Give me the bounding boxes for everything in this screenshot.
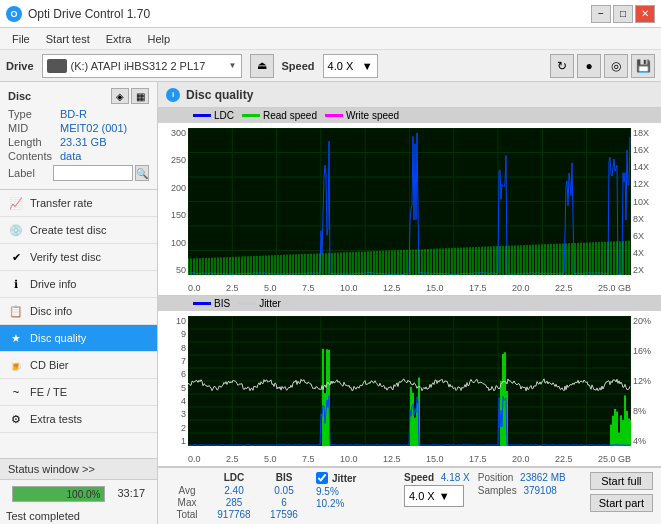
content-area: i Disc quality LDC Read speed (158, 82, 661, 524)
sidebar-label-disc-quality: Disc quality (30, 332, 86, 344)
sidebar-item-cd-bier[interactable]: 🍺 CD Bier (0, 352, 157, 379)
read-speed-legend-label: Read speed (263, 110, 317, 121)
ldc-header: LDC (208, 472, 260, 483)
stats-speed-selector[interactable]: 4.0 X ▼ (404, 485, 464, 507)
ldc-legend-color (193, 114, 211, 117)
sidebar-item-create-test-disc[interactable]: 💿 Create test disc (0, 217, 157, 244)
length-value: 23.31 GB (60, 136, 106, 148)
write-speed-legend-color (325, 114, 343, 117)
disc-label-input[interactable] (53, 165, 133, 181)
disc-icon-btn-1[interactable]: ◈ (111, 88, 129, 104)
chart1-container: LDC Read speed Write speed 300 250 (158, 108, 661, 296)
content-header-icon: i (166, 88, 180, 102)
write-speed-legend-label: Write speed (346, 110, 399, 121)
eject-button[interactable]: ⏏ (250, 54, 274, 78)
stats-table: LDC BIS Avg 2.40 0.05 Max 285 6 Total (166, 472, 308, 520)
menu-file[interactable]: File (4, 31, 38, 47)
transfer-rate-icon: 📈 (8, 195, 24, 211)
speed-stat-value: 4.18 X (441, 472, 470, 483)
sidebar: Disc ◈ ▦ Type BD-R MID MEIT02 (001) Leng… (0, 82, 158, 524)
chart2-canvas (188, 316, 631, 446)
disc-info-icon: 📋 (8, 303, 24, 319)
minimize-button[interactable]: − (591, 5, 611, 23)
position-section: Position 23862 MB Samples 379108 (478, 472, 568, 496)
window-controls: − □ ✕ (591, 5, 655, 23)
avg-jitter: 9.5% (316, 486, 339, 497)
position-label: Position (478, 472, 514, 483)
toolbar-refresh-button[interactable]: ↻ (550, 54, 574, 78)
sidebar-item-disc-quality[interactable]: ★ Disc quality (0, 325, 157, 352)
sidebar-item-verify-test-disc[interactable]: ✔ Verify test disc (0, 244, 157, 271)
main-layout: Disc ◈ ▦ Type BD-R MID MEIT02 (001) Leng… (0, 82, 661, 524)
chart1-legend: LDC Read speed Write speed (158, 108, 661, 123)
samples-label: Samples (478, 485, 517, 496)
disc-panel: Disc ◈ ▦ Type BD-R MID MEIT02 (001) Leng… (0, 82, 157, 190)
title-bar: O Opti Drive Control 1.70 − □ ✕ (0, 0, 661, 28)
chart2-y-right: 20% 16% 12% 8% 4% (631, 316, 661, 446)
content-header: i Disc quality (158, 82, 661, 108)
eject-icon: ⏏ (257, 59, 267, 72)
close-button[interactable]: ✕ (635, 5, 655, 23)
chart1-y-right: 18X 16X 14X 12X 10X 8X 6X 4X 2X (631, 128, 661, 275)
avg-ldc: 2.40 (208, 485, 260, 496)
start-part-button[interactable]: Start part (590, 494, 653, 512)
toolbar-disc-button[interactable]: ◎ (604, 54, 628, 78)
maximize-button[interactable]: □ (613, 5, 633, 23)
type-value: BD-R (60, 108, 87, 120)
sidebar-label-fe-te: FE / TE (30, 386, 67, 398)
toolbar-burn-button[interactable]: ● (577, 54, 601, 78)
mid-label: MID (8, 122, 60, 134)
disc-icon-btn-2[interactable]: ▦ (131, 88, 149, 104)
drive-disk-icon (47, 59, 67, 73)
start-full-button[interactable]: Start full (590, 472, 653, 490)
time-display: 33:17 (111, 487, 151, 502)
menu-extra[interactable]: Extra (98, 31, 140, 47)
sidebar-item-fe-te[interactable]: ~ FE / TE (0, 379, 157, 406)
avg-bis: 0.05 (260, 485, 308, 496)
disc-label-search-button[interactable]: 🔍 (135, 165, 149, 181)
drive-label: Drive (6, 60, 34, 72)
bottom-stats: LDC BIS Avg 2.40 0.05 Max 285 6 Total (158, 467, 661, 524)
drive-bar: Drive (K:) ATAPI iHBS312 2 PL17 ▼ ⏏ Spee… (0, 50, 661, 82)
sidebar-label-verify-test-disc: Verify test disc (30, 251, 101, 263)
sidebar-item-drive-info[interactable]: ℹ Drive info (0, 271, 157, 298)
bis-legend-color (193, 302, 211, 305)
verify-test-disc-icon: ✔ (8, 249, 24, 265)
max-label: Max (166, 497, 208, 508)
cd-bier-icon: 🍺 (8, 357, 24, 373)
menu-bar: File Start test Extra Help (0, 28, 661, 50)
toolbar-save-button[interactable]: 💾 (631, 54, 655, 78)
create-test-disc-icon: 💿 (8, 222, 24, 238)
max-bis: 6 (260, 497, 308, 508)
sidebar-item-disc-info[interactable]: 📋 Disc info (0, 298, 157, 325)
chart1-canvas (188, 128, 631, 275)
total-bis: 17596 (260, 509, 308, 520)
progress-text: 100.0% (67, 487, 101, 503)
speed-selector[interactable]: 4.0 X ▼ (323, 54, 378, 78)
action-buttons: Start full Start part (590, 472, 653, 512)
max-ldc: 285 (208, 497, 260, 508)
contents-label: Contents (8, 150, 60, 162)
sidebar-item-transfer-rate[interactable]: 📈 Transfer rate (0, 190, 157, 217)
drive-info-icon: ℹ (8, 276, 24, 292)
avg-label: Avg (166, 485, 208, 496)
ldc-legend-label: LDC (214, 110, 234, 121)
progress-bar-container: 100.0% (12, 486, 105, 502)
status-window-button[interactable]: Status window >> (0, 459, 157, 480)
speed-section: Speed 4.18 X 4.0 X ▼ (404, 472, 470, 507)
menu-start-test[interactable]: Start test (38, 31, 98, 47)
jitter-checkbox[interactable] (316, 472, 328, 484)
speed-label: Speed (282, 60, 315, 72)
fe-te-icon: ~ (8, 384, 24, 400)
stats-speed-value: 4.0 X (409, 490, 435, 502)
jitter-section: Jitter 9.5% 10.2% (316, 472, 396, 510)
total-ldc: 917768 (208, 509, 260, 520)
menu-help[interactable]: Help (139, 31, 178, 47)
speed-value: 4.0 X (328, 60, 354, 72)
jitter-legend-label: Jitter (259, 298, 281, 309)
drive-selector[interactable]: (K:) ATAPI iHBS312 2 PL17 ▼ (42, 54, 242, 78)
sidebar-item-extra-tests[interactable]: ⚙ Extra tests (0, 406, 157, 433)
chart2-legend: BIS Jitter (158, 296, 661, 311)
total-label: Total (166, 509, 208, 520)
samples-value: 379108 (523, 485, 556, 496)
